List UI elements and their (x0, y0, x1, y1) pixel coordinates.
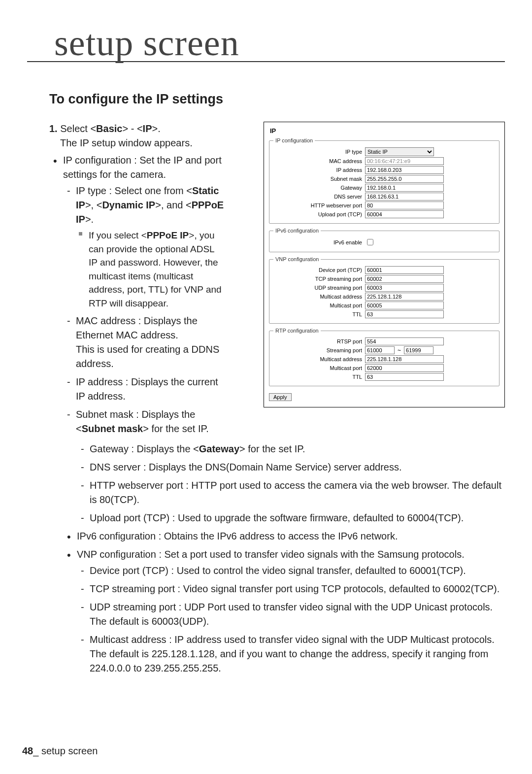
device-port-field[interactable] (365, 266, 444, 274)
dash-upload: Upload port (TCP) : Used to upgrade the … (90, 511, 505, 525)
dash-udp-stream: UDP streaming port : UDP Port used to tr… (90, 600, 505, 629)
rtsp-port-field[interactable] (365, 337, 444, 345)
group-ip-configuration: IP configuration IP type Static IP MAC a… (269, 137, 499, 224)
subnet-mask-field[interactable] (365, 175, 444, 183)
http-port-field[interactable] (365, 202, 444, 209)
rtp-multicast-address-field[interactable] (365, 355, 444, 363)
tcp-streaming-port-field[interactable] (365, 275, 444, 283)
group-vnp-configuration: VNP configuration Device port (TCP) TCP … (269, 256, 499, 324)
dash-mac: MAC address : Displays the Ethernet MAC … (76, 314, 224, 371)
dash-tcp-stream: TCP streaming port : Video signal transf… (90, 582, 505, 596)
vnp-multicast-port-field[interactable] (365, 302, 444, 309)
mac-address-field (365, 157, 444, 165)
bullet-vnp: VNP configuration : Set a port used to t… (77, 547, 505, 675)
panel-title: IP (270, 127, 499, 135)
dash-multicast: Multicast address : IP address used to t… (90, 633, 505, 675)
bullet-ipv6: IPv6 configuration : Obtains the IPv6 ad… (77, 529, 505, 543)
streaming-port-to-field[interactable] (404, 346, 433, 354)
ip-settings-screenshot: IP IP configuration IP type Static IP MA… (264, 122, 505, 407)
dash-gateway: Gateway : Displays the <Gateway> for the… (90, 442, 505, 456)
dash-device-port: Device port (TCP) : Used to control the … (90, 564, 505, 578)
streaming-port-from-field[interactable] (365, 346, 395, 354)
page-header: setup screen (54, 25, 239, 62)
group-rtp-configuration: RTP configuration RTSP port Streaming po… (269, 328, 499, 386)
upload-port-field[interactable] (365, 210, 444, 218)
group-ipv6-configuration: IPv6 configuration IPv6 enable (269, 228, 499, 252)
dns-server-field[interactable] (365, 193, 444, 201)
bullet-ip-configuration: IP configuration : Set the IP and port s… (63, 153, 224, 436)
dash-ip-address: IP address : Displays the current IP add… (76, 375, 224, 404)
section-title: To configure the IP settings (49, 92, 532, 107)
udp-streaming-port-field[interactable] (365, 284, 444, 292)
page-footer: 48_ setup screen (22, 745, 98, 757)
ip-address-field[interactable] (365, 166, 444, 174)
apply-button[interactable]: Apply (269, 393, 292, 401)
ip-type-select[interactable]: Static IP (365, 147, 434, 156)
vnp-ttl-field[interactable] (365, 310, 444, 318)
step-1: 1. Select <Basic> - <IP>. The IP setup w… (49, 122, 224, 436)
dash-dns: DNS server : Displays the DNS(Domain Nam… (90, 460, 505, 474)
dash-ip-type: IP type : Select one from <Static IP>, <… (76, 184, 224, 310)
rtp-multicast-port-field[interactable] (365, 364, 444, 372)
dash-subnet: Subnet mask : Displays the <Subnet mask>… (76, 407, 224, 436)
rtp-ttl-field[interactable] (365, 373, 444, 381)
gateway-field[interactable] (365, 184, 444, 192)
ipv6-enable-checkbox[interactable] (367, 239, 373, 245)
dash-http: HTTP webserver port : HTTP port used to … (90, 478, 505, 507)
note-pppoe: If you select <PPPoE IP>, you can provid… (89, 229, 224, 310)
vnp-multicast-address-field[interactable] (365, 293, 444, 301)
